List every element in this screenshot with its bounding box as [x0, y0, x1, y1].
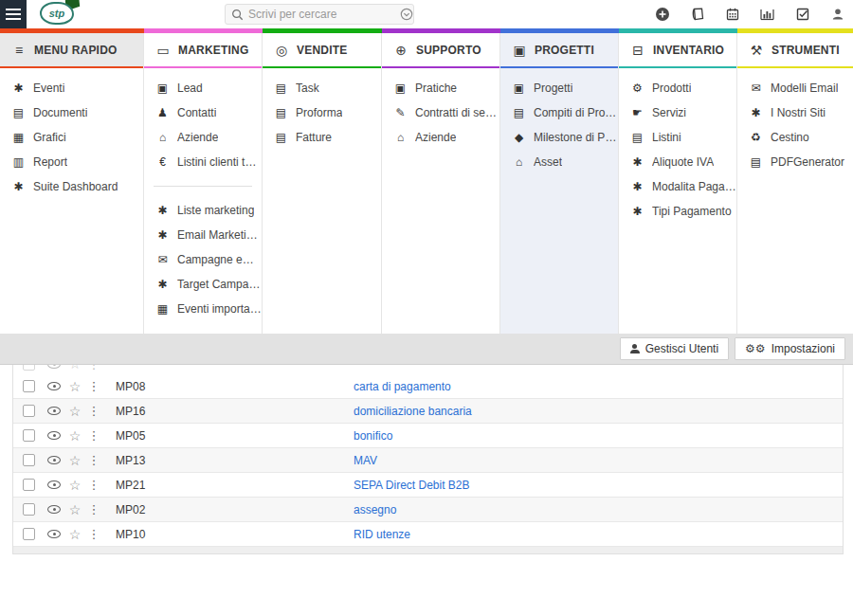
preview-eye-icon[interactable] [44, 382, 64, 390]
menu-item-prodotti[interactable]: ⚙Prodotti [619, 76, 736, 100]
favorite-star-icon[interactable]: ☆ [64, 405, 85, 418]
preview-eye-icon[interactable] [44, 505, 64, 514]
menu-item-email-marketing-t[interactable]: ✱Email Marketing T... [144, 223, 262, 247]
menu-header-vendite[interactable]: ◎VENDITE [263, 33, 381, 68]
favorite-star-icon[interactable]: ☆ [64, 454, 85, 467]
menu-header-supporto[interactable]: ⊕SUPPORTO [382, 33, 499, 68]
menu-item-servizi[interactable]: ☛Servizi [619, 100, 736, 125]
menu-item-contatti[interactable]: ♟Contatti [144, 100, 262, 125]
row-checkbox[interactable] [23, 454, 35, 466]
kebab-menu-icon[interactable]: ⋮ [85, 454, 102, 466]
kebab-menu-icon[interactable]: ⋮ [85, 528, 102, 540]
puzzle-icon: ✱ [11, 180, 26, 193]
puzzle-icon: ✱ [155, 278, 170, 291]
payment-name-link[interactable]: assegno [354, 503, 396, 516]
favorite-star-icon[interactable]: ☆ [64, 503, 85, 516]
favorite-star-icon[interactable]: ☆ [64, 429, 85, 443]
row-checkbox[interactable] [23, 365, 35, 371]
menu-item-documenti[interactable]: ▤Documenti [0, 100, 143, 125]
menu-item-contratti-di-servizi[interactable]: ✎Contratti di servizi... [382, 100, 499, 125]
menu-item-proforma[interactable]: ▤Proforma [263, 100, 381, 125]
app-logo[interactable]: stp [40, 2, 78, 28]
preview-eye-icon[interactable] [44, 407, 64, 415]
payment-name-link[interactable]: domiciliazione bancaria [354, 405, 472, 418]
search-input[interactable] [244, 8, 400, 21]
menu-item-modelli-email[interactable]: ✉Modelli Email [737, 76, 853, 100]
menu-item-progetti[interactable]: ▣Progetti [500, 76, 618, 100]
menu-item-campagne-email[interactable]: ✉Campagne email [144, 247, 262, 272]
row-checkbox[interactable] [23, 503, 35, 516]
row-checkbox[interactable] [23, 528, 35, 540]
menu-item-eventi-importanti[interactable]: ▦Eventi importanti [144, 297, 262, 321]
menu-item-milestone-di-prog[interactable]: ◆Milestone di Prog... [500, 125, 618, 150]
kebab-menu-icon[interactable]: ⋮ [85, 429, 102, 442]
menu-item-grafici[interactable]: ▦Grafici [0, 125, 143, 150]
preview-eye-icon[interactable] [44, 431, 64, 440]
menu-item-target-campagne[interactable]: ✱Target Campagne ... [144, 272, 262, 297]
menu-item-suite-dashboard[interactable]: ✱Suite Dashboard [0, 174, 143, 199]
menu-item-cestino[interactable]: ♻Cestino [737, 125, 853, 150]
payment-name-link[interactable]: carta di pagamento [354, 380, 451, 393]
euro-icon: € [155, 155, 170, 169]
chevron-down-circle-icon[interactable] [400, 8, 413, 21]
menu-header-menu-rapido[interactable]: ≡MENU RAPIDO [0, 33, 143, 68]
row-checkbox[interactable] [23, 405, 35, 417]
favorite-star-icon[interactable]: ☆ [64, 479, 85, 492]
menu-item-tipi-pagamento[interactable]: ✱Tipi Pagamento [619, 199, 736, 224]
menu-header-inventario[interactable]: ⊟INVENTARIO [619, 33, 736, 68]
menu-header-strumenti[interactable]: ⚒STRUMENTI [737, 33, 853, 68]
row-checkbox[interactable] [23, 429, 35, 442]
address-book-icon[interactable] [689, 7, 705, 23]
calendar-icon[interactable] [724, 7, 740, 23]
favorite-star-icon[interactable]: ☆ [64, 380, 85, 393]
kebab-menu-icon[interactable]: ⋮ [85, 365, 102, 371]
row-checkbox[interactable] [23, 479, 35, 491]
menu-header-marketing[interactable]: ▭MARKETING [144, 33, 262, 68]
bar-chart-icon[interactable] [759, 7, 775, 23]
menu-item-aziende[interactable]: ⌂Aziende [382, 125, 499, 150]
payment-name-link[interactable]: bonifico [354, 429, 392, 443]
payment-name-link[interactable]: SEPA Direct Debit B2B [354, 479, 470, 492]
tasks-icon[interactable] [794, 7, 810, 23]
manage-users-button[interactable]: Gestisci Utenti [620, 337, 729, 360]
briefcase-icon: ▣ [512, 43, 527, 58]
menu-item-eventi[interactable]: ✱Eventi [0, 76, 143, 100]
payment-name-link[interactable]: MAV [354, 454, 377, 467]
add-icon[interactable] [654, 7, 670, 23]
table-row-mp10: ☆⋮MP10RID utenze [13, 522, 843, 547]
preview-eye-icon[interactable] [44, 365, 64, 369]
menu-item-liste-marketing[interactable]: ✱Liste marketing [144, 198, 262, 223]
kebab-menu-icon[interactable]: ⋮ [85, 479, 102, 491]
menu-item-listini[interactable]: ▤Listini [619, 125, 736, 150]
kebab-menu-icon[interactable]: ⋮ [85, 405, 102, 417]
preview-eye-icon[interactable] [44, 530, 64, 538]
menu-item-lead[interactable]: ▣Lead [144, 76, 262, 100]
menu-item-compiti-di-progetto[interactable]: ▤Compiti di Progetto [500, 100, 618, 125]
menu-item-pratiche[interactable]: ▣Pratiche [382, 76, 499, 100]
menu-item-asset[interactable]: ⌂Asset [500, 150, 618, 174]
preview-eye-icon[interactable] [44, 456, 64, 464]
favorite-star-icon[interactable]: ☆ [64, 528, 85, 541]
menu-item-report[interactable]: ▥Report [0, 150, 143, 174]
menu-item-modalita-pagame[interactable]: ✱Modalita Pagame... [619, 174, 736, 199]
menu-header-progetti[interactable]: ▣PROGETTI [500, 33, 618, 68]
menu-item-fatture[interactable]: ▤Fatture [263, 125, 381, 150]
settings-button[interactable]: ⚙⚙ Impostazioni [735, 337, 845, 360]
kebab-menu-icon[interactable]: ⋮ [85, 503, 102, 516]
menu-item-aliquote-iva[interactable]: ✱Aliquote IVA [619, 150, 736, 174]
menu-item-aziende[interactable]: ⌂Aziende [144, 125, 262, 150]
logo-cloud: stp [40, 2, 74, 25]
menu-item-pdfgenerator[interactable]: ▤PDFGenerator [737, 150, 853, 174]
payment-name-link[interactable]: RID utenze [354, 528, 410, 541]
preview-eye-icon[interactable] [44, 480, 64, 489]
favorite-star-icon[interactable]: ☆ [64, 365, 85, 371]
menu-column-menu-rapido: ≡MENU RAPIDO✱Eventi▤Documenti▦Grafici▥Re… [0, 33, 144, 334]
kebab-menu-icon[interactable]: ⋮ [85, 380, 102, 392]
hamburger-menu-icon[interactable] [0, 0, 27, 28]
menu-item-task[interactable]: ▤Task [263, 76, 381, 100]
menu-item-listini-clienti-task[interactable]: €Listini clienti task [144, 150, 262, 174]
global-search[interactable] [225, 4, 414, 25]
menu-item-i-nostri-siti[interactable]: ✱I Nostri Siti [737, 100, 853, 125]
user-icon[interactable] [829, 7, 845, 23]
row-checkbox[interactable] [23, 380, 35, 392]
